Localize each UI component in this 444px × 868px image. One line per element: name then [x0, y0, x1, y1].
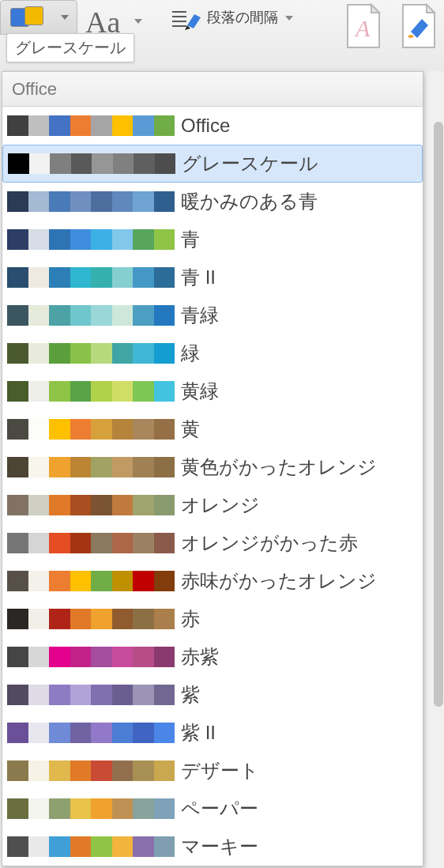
theme-row[interactable]: マーキー: [2, 828, 423, 866]
swatch: [49, 609, 70, 629]
swatch: [7, 685, 28, 705]
swatch: [133, 685, 154, 705]
swatch: [7, 533, 28, 553]
theme-row[interactable]: ペーパー: [2, 790, 423, 828]
theme-label: Office: [181, 115, 230, 137]
swatch: [7, 609, 28, 629]
swatch: [154, 115, 175, 136]
theme-swatches: [7, 381, 175, 402]
swatch: [154, 457, 175, 477]
swatch: [28, 115, 50, 136]
swatch: [91, 495, 112, 515]
swatch: [28, 571, 50, 591]
swatch: [133, 836, 154, 857]
swatch: [133, 495, 154, 515]
swatch: [70, 419, 92, 440]
swatch: [49, 723, 70, 743]
theme-colors-button[interactable]: [0, 0, 77, 35]
swatch: [28, 343, 50, 364]
theme-row[interactable]: 黄: [2, 410, 423, 448]
swatch: [154, 798, 175, 819]
swatch: [154, 229, 175, 250]
theme-row[interactable]: オレンジがかった赤: [2, 524, 423, 562]
swatch: [49, 647, 70, 667]
swatch: [112, 647, 134, 667]
swatch: [49, 267, 70, 288]
swatch: [154, 381, 175, 402]
swatch: [154, 191, 175, 212]
swatch: [49, 115, 70, 136]
swatch: [7, 267, 28, 288]
swatch: [133, 609, 154, 629]
theme-swatches: [7, 647, 175, 667]
theme-label: 緑: [181, 341, 200, 366]
theme-swatches: [7, 798, 175, 819]
theme-row[interactable]: 青: [2, 221, 423, 259]
swatch: [28, 836, 50, 857]
theme-row[interactable]: 赤紫: [2, 638, 423, 676]
swatch: [91, 609, 112, 629]
theme-row[interactable]: 黄色がかったオレンジ: [2, 448, 423, 486]
swatch: [70, 798, 92, 819]
swatch: [154, 419, 175, 440]
theme-fonts-button[interactable]: Aa: [85, 5, 120, 40]
swatch: [112, 533, 134, 553]
swatch: [154, 305, 175, 326]
theme-row[interactable]: オレンジ: [2, 486, 423, 524]
theme-label: オレンジがかった赤: [181, 530, 358, 556]
swatch: [91, 723, 112, 743]
swatch: [7, 760, 28, 781]
theme-swatches: [7, 836, 175, 857]
swatch: [28, 609, 50, 629]
swatch: [112, 760, 134, 781]
swatch: [133, 381, 154, 402]
theme-row[interactable]: 赤: [2, 600, 423, 638]
swatch: [28, 533, 50, 553]
swatch: [154, 760, 175, 781]
swatch: [7, 115, 28, 136]
theme-label: オレンジ: [181, 492, 260, 518]
svg-text:A: A: [354, 15, 371, 41]
swatch: [28, 191, 50, 212]
swatch: [29, 153, 51, 174]
swatch: [70, 191, 92, 212]
page-color-button[interactable]: [397, 2, 439, 51]
swatch: [70, 760, 92, 781]
swatch: [7, 305, 28, 326]
theme-row[interactable]: 青 II: [2, 259, 423, 296]
theme-row[interactable]: 青緑: [2, 296, 423, 334]
theme-row[interactable]: 緑: [2, 334, 423, 372]
swatch: [7, 191, 28, 212]
theme-swatches: [7, 457, 175, 477]
swatch: [49, 191, 70, 212]
scrollbar-track[interactable]: [431, 122, 444, 786]
chevron-down-icon: [285, 16, 293, 21]
swatch: [49, 229, 70, 250]
scrollbar-thumb[interactable]: [434, 122, 443, 707]
theme-label: マーキー: [181, 834, 258, 859]
theme-row[interactable]: 紫 II: [2, 714, 423, 752]
swatch: [28, 381, 50, 402]
swatch: [154, 571, 175, 591]
theme-row[interactable]: グレースケール: [2, 145, 423, 183]
swatch: [112, 419, 134, 440]
theme-row[interactable]: 黄緑: [2, 372, 423, 410]
swatch: [91, 647, 112, 667]
theme-row[interactable]: 赤味がかったオレンジ: [2, 562, 423, 600]
theme-row[interactable]: Office: [2, 107, 423, 145]
paragraph-spacing-button[interactable]: 段落の間隔: [207, 8, 293, 27]
swatch: [154, 723, 175, 743]
swatch: [91, 533, 112, 553]
watermark-button[interactable]: A: [341, 2, 384, 51]
swatch: [133, 343, 154, 364]
swatch: [70, 115, 92, 136]
swatch: [70, 267, 92, 288]
theme-row[interactable]: 紫: [2, 676, 423, 714]
swatch: [133, 419, 154, 440]
theme-row[interactable]: 暖かみのある青: [2, 183, 423, 221]
theme-row[interactable]: デザート: [2, 752, 423, 790]
swatch: [49, 305, 70, 326]
swatch: [28, 305, 50, 326]
theme-swatches: [7, 305, 175, 326]
swatch: [70, 343, 92, 364]
